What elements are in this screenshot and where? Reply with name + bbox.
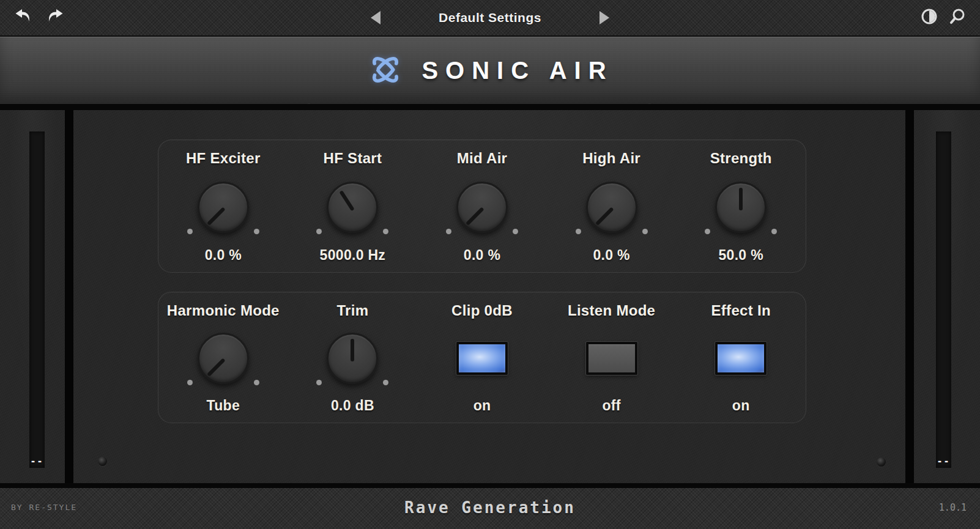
high-air-knob[interactable] [586,182,637,233]
control-label: High Air [582,150,640,167]
knob-face[interactable] [327,182,378,233]
knob-max-dot-icon [513,229,518,234]
right-meter-panel: -- [914,110,980,483]
control-strength: Strength 50.0 % [676,140,806,272]
footer: BY RE-STYLE Rave Generation 1.0.1 [0,488,980,529]
meter-readout: -- [29,456,45,467]
preset-name[interactable]: Default Settings [414,10,566,25]
hf-start-knob[interactable] [327,182,378,233]
screw-icon [877,457,886,467]
app-title: SONIC AIR [421,57,613,84]
control-label: Mid Air [457,150,508,167]
strength-knob[interactable] [715,182,767,233]
knob-face[interactable] [198,333,249,384]
control-trim: Trim 0.0 dB [288,292,418,423]
control-value: on [473,398,491,414]
logo-atom-swirl-icon [366,51,404,91]
mid-air-knob[interactable] [456,182,508,233]
product-name: Rave Generation [0,498,980,517]
knob-min-dot-icon [187,380,193,385]
control-value: on [732,398,750,414]
output-level-meter: -- [936,131,951,468]
harmonic-mode-knob[interactable] [198,333,249,384]
control-hf-exciter: HF Exciter 0.0 % [158,140,288,272]
control-harmonic-mode: Harmonic Mode Tube [158,292,288,423]
control-value[interactable]: Tube [207,398,240,414]
control-value[interactable]: 0.0 % [464,247,500,264]
clip-0db-toggle[interactable] [456,342,508,375]
led-light [459,344,505,372]
knob-pointer [466,207,484,225]
control-mid-air: Mid Air 0.0 % [417,140,547,272]
screw-icon [98,457,107,466]
knob-min-dot-icon [446,229,451,234]
control-listen-mode: Listen Mode off [547,292,677,423]
control-label: Effect In [711,302,771,319]
control-value[interactable]: 0.0 % [205,247,242,264]
knob-min-dot-icon [187,229,193,234]
input-level-meter: -- [29,131,45,468]
control-label: HF Exciter [186,150,261,167]
control-label: Harmonic Mode [167,302,280,319]
knob-min-dot-icon [576,229,581,234]
knob-face[interactable] [586,182,637,233]
control-label: Strength [710,150,772,167]
vertical-divider [65,110,73,483]
brand: SONIC AIR [366,51,613,91]
hf-exciter-knob[interactable] [198,182,249,233]
effect-in-toggle[interactable] [715,342,767,375]
contrast-button[interactable] [919,7,940,28]
knob-pointer [207,358,225,376]
version-text: 1.0.1 [939,502,967,513]
preset-next-button[interactable] [600,11,609,24]
knob-group: HF Exciter 0.0 % HF Start [158,139,806,273]
plugin-window: Default Settings [0,0,980,529]
trim-knob[interactable] [327,333,378,384]
control-hf-start: HF Start 5000.0 Hz [288,140,418,272]
main-panel: HF Exciter 0.0 % HF Start [73,110,905,483]
meter-readout: -- [936,456,951,467]
control-label: Listen Mode [568,302,655,319]
control-value: off [602,398,620,414]
knob-min-dot-icon [705,229,710,234]
vertical-divider [905,110,914,483]
control-effect-in: Effect In on [676,292,806,423]
listen-mode-toggle[interactable] [586,342,637,375]
knob-max-dot-icon [254,229,259,234]
knob-min-dot-icon [316,229,322,234]
knob-pointer [595,207,614,225]
control-value[interactable]: 0.0 dB [331,398,374,414]
led-light [718,344,764,372]
knob-min-dot-icon [316,380,322,385]
knob-max-dot-icon [254,380,259,385]
body: -- HF Exciter [0,104,980,488]
knob-pointer [340,190,355,211]
mode-group: Harmonic Mode Tube Trim [158,292,806,423]
control-value[interactable]: 50.0 % [718,247,763,264]
preset-bar: Default Settings [0,0,980,35]
knob-face[interactable] [456,182,508,233]
knob-max-dot-icon [771,229,777,234]
toolbar: Default Settings [0,0,980,37]
knob-face[interactable] [715,182,767,233]
knob-pointer [739,188,743,210]
magnifier-icon [948,7,967,28]
knob-face[interactable] [198,182,249,233]
knob-max-dot-icon [383,380,388,385]
control-value[interactable]: 5000.0 Hz [320,247,386,264]
knob-face[interactable] [327,333,378,384]
left-meter-panel: -- [0,110,65,483]
knob-max-dot-icon [383,229,388,234]
led-light [588,344,635,372]
header: SONIC AIR [0,37,980,104]
knob-pointer [351,339,354,361]
knob-pointer [207,207,225,225]
control-clip-0db: Clip 0dB on [417,292,547,423]
control-high-air: High Air 0.0 % [547,140,677,272]
control-value[interactable]: 0.0 % [593,247,629,264]
control-label: HF Start [324,150,382,167]
knob-max-dot-icon [642,229,648,234]
zoom-button[interactable] [947,7,968,28]
preset-prev-button[interactable] [371,11,380,24]
control-label: Clip 0dB [451,302,513,319]
